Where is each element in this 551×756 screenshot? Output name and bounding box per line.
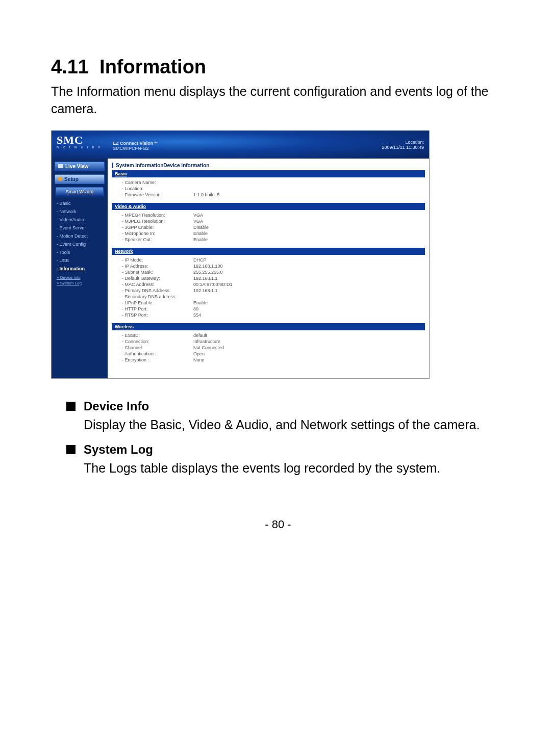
gear-icon — [58, 177, 62, 181]
product-line: EZ Connect Vision™ — [113, 141, 158, 146]
row-dns2: Secondary DNS address: — [122, 294, 425, 300]
panel-va-body: MPEG4 Resolution:VGA MJPEG Resolution:VG… — [112, 210, 425, 248]
header-location: Location: 2009/11/11 11:30:49 — [382, 140, 424, 150]
row-mpeg4: MPEG4 Resolution:VGA — [122, 212, 425, 218]
setup-label: Setup — [64, 176, 79, 182]
row-mask: Subnet Mask:255.255.255.0 — [122, 269, 425, 275]
panel-net-body: IP Mode:DHCP IP Address:192.168.1.100 Su… — [112, 255, 425, 323]
sidebar: Live View Setup Smart Wizard - Basic - N… — [52, 159, 108, 378]
section-number: 4.11 — [51, 56, 89, 77]
row-ipmode: IP Mode:DHCP — [122, 257, 425, 263]
embedded-screenshot: SMC N e t w o r k s EZ Connect Vision™ S… — [51, 131, 430, 379]
section-intro: The Information menu displays the curren… — [51, 83, 505, 118]
location-label: Location: — [382, 140, 424, 145]
row-location: Location: — [122, 186, 425, 192]
panel-basic-body: Camera Name: Location: Firmware Version:… — [112, 177, 425, 203]
nav-usb[interactable]: - USB — [57, 256, 108, 265]
nav-motion-detect[interactable]: - Motion Detect — [57, 232, 108, 240]
nav-event-server[interactable]: - Event Server — [57, 224, 108, 232]
row-gateway: Default Gateway:192.168.1.1 — [122, 275, 425, 281]
header-model: EZ Connect Vision™ SMCWIPCFN-G2 — [113, 141, 158, 151]
live-view-label: Live View — [65, 164, 88, 169]
nav-event-config[interactable]: - Event Config — [57, 240, 108, 248]
product-model: SMCWIPCFN-G2 — [113, 146, 158, 151]
row-upnp: UPnP Enable :Enable — [122, 300, 425, 306]
row-dns1: Primary DNS Address:192.168.1.1 — [122, 288, 425, 294]
row-ip: IP Address:192.168.1.100 — [122, 263, 425, 269]
panel-net-head: Network — [112, 248, 425, 255]
camera-icon — [58, 164, 63, 168]
nav-video-audio[interactable]: - Video/Audio — [57, 216, 108, 224]
nav-device-info[interactable]: » Device Info — [57, 275, 108, 280]
nav-sublist: » Device Info » System Log — [52, 275, 108, 286]
nav-basic[interactable]: - Basic — [57, 199, 108, 207]
row-speaker: Speaker Out:Enable — [122, 237, 425, 243]
app-header: SMC N e t w o r k s EZ Connect Vision™ S… — [52, 131, 429, 159]
square-bullet-icon — [66, 402, 76, 411]
row-auth: Authentication :Open — [122, 351, 425, 357]
brand-logo: SMC N e t w o r k s — [57, 134, 102, 149]
row-mac: MAC Address:00:1A:97:00:9D:D1 — [122, 281, 425, 288]
page-number: - 80 - — [51, 518, 505, 531]
nav-system-log[interactable]: » System Log — [57, 280, 108, 286]
live-view-button[interactable]: Live View — [55, 162, 105, 171]
device-info-section: Device Info Display the Basic, Video & A… — [66, 399, 505, 434]
panel-va-head: Video & Audio — [112, 203, 425, 210]
panel-wl-head: Wireless — [112, 323, 425, 330]
breadcrumb: System InformationDevice Information — [112, 163, 425, 168]
row-connection: Connection:Infrastructure — [122, 338, 425, 345]
section-heading: 4.11 Information — [51, 56, 505, 78]
main-content: System InformationDevice Information Bas… — [108, 159, 429, 378]
system-log-heading: System Log — [84, 442, 153, 457]
row-channel: Channel:Not Connected — [122, 345, 425, 351]
row-firmware: Firmware Version:1.1.0 build: 5 — [122, 192, 425, 198]
row-mjpeg: MJPEG Resolution:VGA — [122, 218, 425, 224]
location-time: 2009/11/11 11:30:49 — [382, 145, 424, 150]
panel-wl-body: ESSID:default Connection:Infrastructure … — [112, 330, 425, 368]
device-info-heading: Device Info — [84, 399, 149, 413]
square-bullet-icon — [66, 445, 76, 454]
row-3gpp: 3GPP Enable:Disable — [122, 224, 425, 230]
system-log-section: System Log The Logs table displays the e… — [66, 442, 505, 477]
row-camera-name: Camera Name: — [122, 179, 425, 186]
panel-basic-head: Basic — [112, 170, 425, 177]
logo-subtext: N e t w o r k s — [57, 145, 102, 149]
row-mic: Microphone In:Enable — [122, 230, 425, 237]
device-info-text: Display the Basic, Video & Audio, and Ne… — [84, 416, 505, 434]
setup-button[interactable]: Setup — [55, 174, 105, 184]
row-rtsp: RTSP Port:554 — [122, 312, 425, 318]
nav-tools[interactable]: - Tools — [57, 248, 108, 256]
nav-network[interactable]: - Network — [57, 207, 108, 216]
nav-information[interactable]: - Information — [57, 265, 108, 273]
system-log-text: The Logs table displays the events log r… — [84, 460, 505, 477]
row-encryption: Encryption :None — [122, 357, 425, 363]
smart-wizard-button[interactable]: Smart Wizard — [56, 187, 104, 196]
section-title-text: Information — [99, 56, 206, 77]
nav-list: - Basic - Network - Video/Audio - Event … — [52, 199, 108, 273]
row-http: HTTP Port:80 — [122, 306, 425, 312]
row-essid: ESSID:default — [122, 332, 425, 338]
